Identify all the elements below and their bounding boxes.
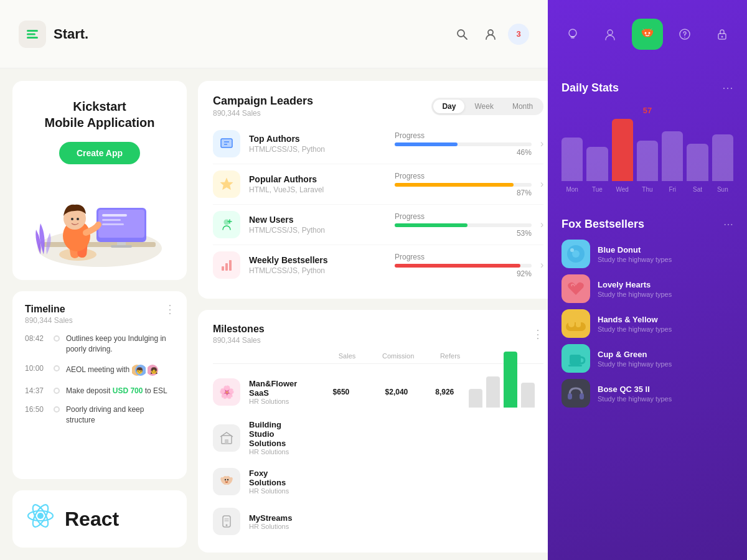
ms-name: Man&Flower SaaS xyxy=(249,379,297,398)
row-arrow-icon[interactable]: › xyxy=(540,138,543,149)
kickstart-card: Kickstart Mobile Application Create App xyxy=(12,81,187,280)
ms-icon-building xyxy=(213,424,240,452)
campaign-row: Top Authors HTML/CSS/JS, Python Progress… xyxy=(213,124,543,164)
ms-icon-mystreams xyxy=(213,508,240,535)
tab-month[interactable]: Month xyxy=(504,100,542,113)
row-name: Top Authors xyxy=(249,134,386,144)
fb-name: Hands & Yellow xyxy=(598,315,733,324)
daily-stats-menu[interactable]: ⋯ xyxy=(722,81,733,95)
fb-item-cup-green: Cup & Green Study the highway types xyxy=(561,344,733,373)
campaign-row: Weekly Bestsellers HTML/CSS/JS, Python P… xyxy=(213,245,543,285)
fox-bestsellers-menu[interactable]: ⋯ xyxy=(723,218,733,230)
timeline-title: Timeline xyxy=(25,304,174,315)
svg-rect-41 xyxy=(229,260,232,271)
fb-name: Blue Donut xyxy=(598,245,733,254)
chart-day-label: Mon xyxy=(566,186,578,193)
create-app-button[interactable]: Create App xyxy=(59,142,140,164)
svg-line-4 xyxy=(464,36,467,39)
col-header-refers: Refers xyxy=(423,352,460,360)
user-icon[interactable] xyxy=(479,23,502,45)
svg-point-51 xyxy=(608,30,613,35)
fb-name: Bose QC 35 II xyxy=(598,385,733,394)
svg-rect-11 xyxy=(111,245,132,248)
svg-rect-0 xyxy=(27,30,38,32)
app-title: Start. xyxy=(54,26,88,42)
row-name: Weekly Bestsellers xyxy=(249,255,386,265)
row-icon-weekly xyxy=(213,251,240,279)
row-sub: HTML, VueJS, Laravel xyxy=(249,185,386,194)
nav-icon-fox[interactable] xyxy=(632,19,663,50)
svg-point-47 xyxy=(226,525,228,526)
fb-sub: Study the highway types xyxy=(598,256,733,263)
svg-point-27 xyxy=(37,513,44,519)
chart-bar-sun: Sun xyxy=(712,134,733,193)
row-arrow-icon[interactable]: › xyxy=(540,179,543,190)
svg-rect-14 xyxy=(102,223,124,225)
fb-sub: Study the highway types xyxy=(598,395,733,403)
col-header-commission: Comission xyxy=(364,352,414,360)
fb-item-lovely-hearts: Lovely Hearts Study the highway types xyxy=(561,274,733,303)
svg-rect-39 xyxy=(222,266,224,271)
chart-day-label: Thu xyxy=(642,186,652,193)
chart-bar-tue: Tue xyxy=(586,147,608,193)
progress-label: Progress xyxy=(395,172,532,180)
progress-label: Progress xyxy=(395,131,532,140)
svg-point-52 xyxy=(645,32,647,34)
svg-rect-62 xyxy=(568,316,575,327)
nav-icon-question[interactable] xyxy=(669,19,700,50)
daily-stats-section: Daily Stats ⋯ 57 Mon Tue Wed xyxy=(548,68,747,218)
campaign-title: Campaign Leaders xyxy=(213,95,313,108)
svg-rect-12 xyxy=(102,214,127,217)
ms-sub: HR Solutions xyxy=(249,398,297,405)
milestones-title: Milestones xyxy=(213,324,265,335)
campaign-subtitle: 890,344 Sales xyxy=(213,109,313,118)
daily-stats-title: Daily Stats xyxy=(561,82,619,95)
tab-week[interactable]: Week xyxy=(466,100,502,113)
chart-bar-sat: Sat xyxy=(687,144,708,193)
ms-refers-val: 8,926 xyxy=(416,388,454,396)
svg-point-21 xyxy=(77,218,79,220)
kickstart-illustration xyxy=(25,170,174,267)
chart-day-label: Sun xyxy=(717,186,728,193)
timeline-card: Timeline 890,344 Sales ⋮ 08:42 Outlines … xyxy=(12,291,187,479)
chart-day-label: Sat xyxy=(693,186,702,193)
ms-commission-val: $2,040 xyxy=(358,388,408,396)
search-icon[interactable] xyxy=(451,23,473,45)
fb-item-blue-donut: Blue Donut Study the highway types xyxy=(561,240,733,268)
progress-bar-bg xyxy=(395,264,532,268)
fb-sub: Study the highway types xyxy=(598,360,733,368)
fb-name: Cup & Green xyxy=(598,350,733,359)
progress-bar-bg xyxy=(395,223,532,227)
progress-bar-fill xyxy=(395,264,520,268)
sidebar-nav xyxy=(548,0,747,68)
progress-pct: 92% xyxy=(395,269,532,278)
fox-bestsellers-section: Fox Bestsellers ⋯ Blue Donut Study the h… xyxy=(548,218,747,560)
daily-stats-peak: 57 xyxy=(643,106,652,115)
svg-text:👦: 👦 xyxy=(136,366,144,375)
nav-icon-bulb[interactable] xyxy=(557,19,588,50)
timeline-subtitle: 890,344 Sales xyxy=(25,316,174,325)
tab-day[interactable]: Day xyxy=(433,100,464,113)
milestone-row: Building Studio Solutions HR Solutions xyxy=(213,416,543,459)
col-header-sales: Sales xyxy=(312,352,355,360)
chart-bar-mon: Mon xyxy=(561,138,583,193)
row-icon-popular-authors xyxy=(213,170,240,198)
notification-badge[interactable]: 3 xyxy=(508,24,529,45)
ms-sub: HR Solutions xyxy=(249,487,303,495)
logo-icon xyxy=(19,21,46,48)
svg-rect-43 xyxy=(225,439,228,444)
campaign-row: Popular Authors HTML, VueJS, Laravel Pro… xyxy=(213,164,543,205)
milestones-menu-icon[interactable]: ⋮ xyxy=(532,327,543,341)
kickstart-title: Kickstart Mobile Application xyxy=(25,98,174,131)
row-arrow-icon[interactable]: › xyxy=(540,219,543,230)
timeline-menu-icon[interactable]: ⋮ xyxy=(164,302,176,316)
svg-rect-64 xyxy=(570,355,581,365)
nav-icon-lock[interactable] xyxy=(707,19,738,50)
progress-bar-fill xyxy=(395,183,514,187)
row-arrow-icon[interactable]: › xyxy=(540,259,543,271)
row-sub: HTML/CSS/JS, Python xyxy=(249,266,386,275)
progress-pct: 87% xyxy=(395,189,532,197)
chart-day-label: Fri xyxy=(669,186,676,193)
nav-icon-user[interactable] xyxy=(594,19,626,50)
campaign-card: Campaign Leaders 890,344 Sales Day Week … xyxy=(198,81,548,299)
